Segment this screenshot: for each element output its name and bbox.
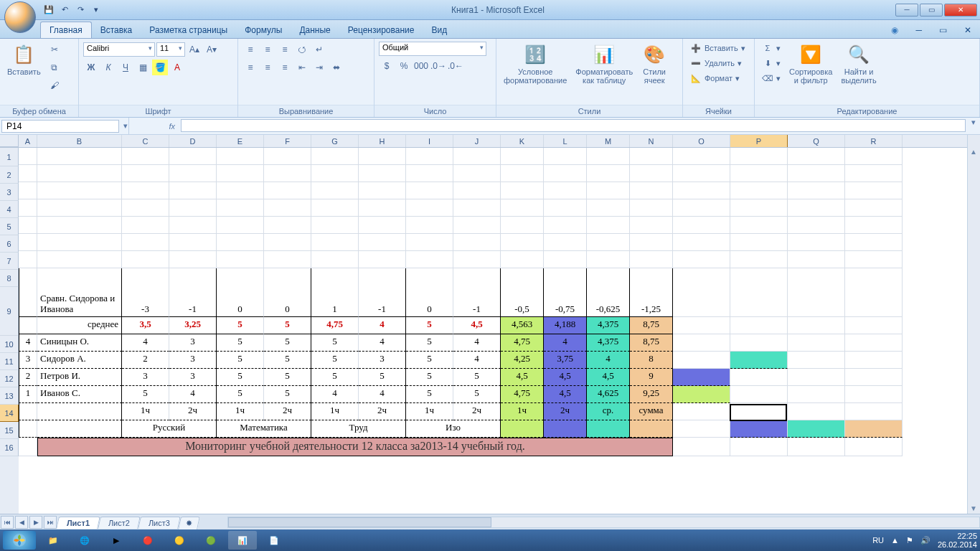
cell[interactable] [587,251,630,268]
save-icon[interactable]: 💾 [43,4,55,16]
cell[interactable] [673,182,730,199]
cell[interactable] [122,165,169,182]
tray-flag2-icon[interactable]: ⚑ [906,536,913,545]
align-middle-icon[interactable]: ≡ [260,42,275,57]
cell[interactable]: 1ч [406,403,453,420]
cell[interactable] [406,182,453,199]
cell[interactable] [788,165,845,182]
cell[interactable] [311,199,359,217]
cell[interactable] [630,199,673,217]
cell[interactable]: 4,5 [453,317,501,334]
cell[interactable] [788,420,845,438]
row-header[interactable]: 15 [0,422,19,439]
cell[interactable]: среднее [37,317,122,334]
cell[interactable] [359,199,406,217]
column-header[interactable]: I [406,135,453,147]
cell[interactable] [587,234,630,251]
cell[interactable] [37,251,122,268]
cell[interactable] [359,182,406,199]
format-cells-button[interactable]: 📐Формат ▾ [687,72,748,85]
cell[interactable]: -0,75 [544,268,587,317]
increase-font-icon[interactable]: A▴ [187,42,202,57]
row-header[interactable]: 11 [0,353,19,370]
cell[interactable] [501,165,544,182]
cell[interactable] [544,148,587,165]
cell[interactable] [845,165,903,182]
cell[interactable] [673,386,730,403]
cell[interactable]: 3,25 [169,317,217,334]
cell[interactable] [730,438,788,456]
cell[interactable] [673,420,730,438]
cell[interactable] [845,182,903,199]
cell[interactable] [673,165,730,182]
cell[interactable] [217,251,264,268]
cell[interactable]: 0 [406,268,453,317]
cell[interactable] [544,165,587,182]
cell[interactable] [19,403,37,420]
qat-customize-icon[interactable]: ▾ [90,4,102,16]
cell[interactable] [169,217,217,234]
cell[interactable] [37,148,122,165]
underline-button[interactable]: Ч [118,60,133,75]
cell[interactable] [169,165,217,182]
cell[interactable] [37,165,122,182]
cell[interactable]: 3 [169,352,217,369]
vertical-scrollbar[interactable] [967,135,980,514]
formula-bar-expand-icon[interactable]: ▾ [967,118,980,134]
decrease-decimal-icon[interactable]: .0← [448,58,463,74]
cell[interactable]: 9,25 [630,386,673,403]
cell[interactable]: -1 [359,268,406,317]
cell[interactable]: 4,563 [501,317,544,334]
cell[interactable] [122,148,169,165]
tray-lang[interactable]: RU [872,536,884,545]
cell[interactable] [311,165,359,182]
close-button[interactable]: ✕ [944,4,977,17]
cell[interactable] [673,268,730,317]
cell[interactable] [311,234,359,251]
cell[interactable] [311,148,359,165]
taskbar-ie-icon[interactable]: 🌐 [70,531,99,550]
bold-button[interactable]: Ж [83,60,99,75]
column-header[interactable]: H [359,135,406,147]
cell[interactable]: -1 [453,268,501,317]
cell[interactable] [673,334,730,352]
tab-data[interactable]: Данные [291,22,339,38]
cell[interactable]: 4 [311,386,359,403]
cell[interactable] [544,217,587,234]
tray-flag-icon[interactable]: ▲ [891,536,899,545]
row-header[interactable]: 8 [0,270,19,287]
maximize-button[interactable]: ▭ [920,4,943,17]
cell[interactable] [845,352,903,369]
cell[interactable] [788,438,845,456]
cell[interactable] [19,148,37,165]
cell-styles-button[interactable]: 🎨Стили ячеек [639,42,670,86]
cell[interactable] [845,386,903,403]
cell[interactable]: 4 [544,334,587,352]
cell[interactable] [406,234,453,251]
column-header[interactable]: F [264,135,311,147]
cell[interactable] [845,334,903,352]
column-header[interactable]: J [453,135,501,147]
delete-cells-button[interactable]: ➖Удалить ▾ [687,57,748,70]
cell[interactable] [264,234,311,251]
taskbar-yandex-icon[interactable]: 🟡 [165,531,194,550]
merge-center-icon[interactable]: ⬌ [329,60,344,75]
cell[interactable] [788,317,845,334]
cell[interactable] [19,165,37,182]
cell[interactable] [730,369,788,386]
cell[interactable]: 4 [359,386,406,403]
cell[interactable] [730,251,788,268]
autosum-button[interactable]: Σ▾ [759,42,783,55]
cell[interactable] [845,403,903,420]
cell[interactable]: 5 [406,334,453,352]
cell[interactable] [730,148,788,165]
cell[interactable] [544,199,587,217]
row-header[interactable]: 2 [0,166,19,184]
cell[interactable]: Сравн. Сидорова и Иванова [37,268,122,317]
column-header[interactable]: D [169,135,217,147]
cell[interactable] [788,217,845,234]
cell[interactable] [19,234,37,251]
font-size-combo[interactable]: 11 [156,42,185,57]
cell[interactable] [169,182,217,199]
cell[interactable]: Изо [406,420,501,438]
